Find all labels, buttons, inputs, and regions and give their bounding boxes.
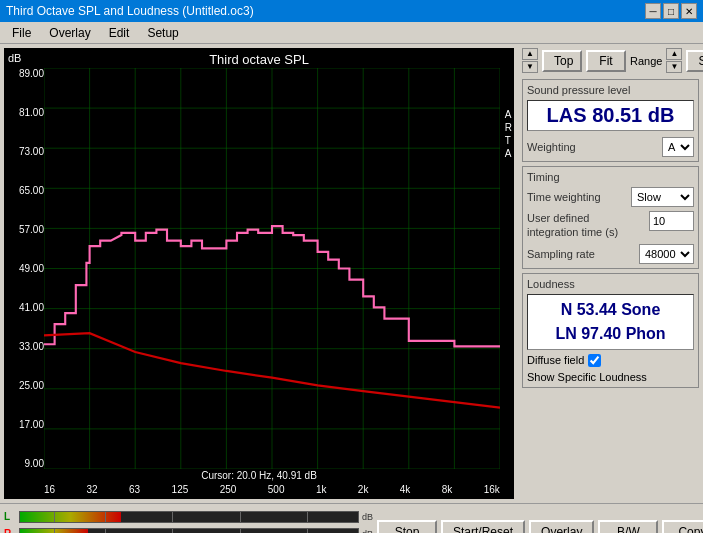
menu-setup[interactable]: Setup: [139, 24, 186, 42]
x-label-10: 16k: [484, 484, 500, 495]
window-title: Third Octave SPL and Loudness (Untitled.…: [6, 4, 254, 18]
chart-svg: [44, 68, 500, 469]
y-label-6: 41.00: [6, 302, 44, 313]
r-meter-row: R dB: [4, 527, 373, 534]
meters-section: L dB R dB: [4, 510, 373, 534]
y-label-2: 73.00: [6, 146, 44, 157]
sampling-select[interactable]: 44100 48000 96000: [639, 244, 694, 264]
spl-section: Sound pressure level LAS 80.51 dB Weight…: [522, 79, 699, 162]
right-panel: ▲ ▼ Top Fit Range ▲ ▼ Set Sound pressure…: [518, 44, 703, 503]
x-label-4: 250: [220, 484, 237, 495]
range-label: Range: [630, 55, 662, 67]
top-down-arrow[interactable]: ▼: [522, 61, 538, 73]
y-label-5: 49.00: [6, 263, 44, 274]
y-label-9: 17.00: [6, 419, 44, 430]
weighting-row: Weighting A B C Z: [527, 137, 694, 157]
spl-value: LAS 80.51 dB: [527, 100, 694, 131]
main-content: dB Third octave SPL ARTA 89.00 81.00 73.…: [0, 44, 703, 503]
x-label-2: 63: [129, 484, 140, 495]
action-buttons: Stop Start/Reset Overlay B/W Copy: [377, 520, 703, 534]
y-label-0: 89.00: [6, 68, 44, 79]
range-up-arrow[interactable]: ▲: [666, 48, 682, 60]
x-label-7: 2k: [358, 484, 369, 495]
menu-file[interactable]: File: [4, 24, 39, 42]
sampling-row: Sampling rate 44100 48000 96000: [527, 244, 694, 264]
r-meter-label: R: [4, 528, 16, 533]
x-label-1: 32: [87, 484, 98, 495]
r-meter-bar: [19, 528, 359, 534]
x-label-5: 500: [268, 484, 285, 495]
r-meter-db-label: dB: [362, 529, 373, 534]
top-controls: ▲ ▼ Top Fit Range ▲ ▼ Set: [522, 48, 699, 73]
x-label-9: 8k: [442, 484, 453, 495]
y-axis-labels: 89.00 81.00 73.00 65.00 57.00 49.00 41.0…: [6, 68, 44, 469]
timing-section-label: Timing: [527, 171, 694, 183]
l-meter-bar: [19, 511, 359, 523]
y-label-10: 9.00: [6, 458, 44, 469]
range-down-arrow[interactable]: ▼: [666, 61, 682, 73]
menu-bar: File Overlay Edit Setup: [0, 22, 703, 44]
x-label-6: 1k: [316, 484, 327, 495]
window-controls: ─ □ ✕: [645, 3, 697, 19]
x-axis-labels: 16 32 63 125 250 500 1k 2k 4k 8k 16k: [44, 484, 500, 495]
top-arrows: ▲ ▼: [522, 48, 538, 73]
integration-row: User definedintegration time (s): [527, 211, 694, 240]
y-label-4: 57.00: [6, 224, 44, 235]
l-meter-db-label: dB: [362, 512, 373, 522]
time-weighting-select[interactable]: Slow Fast Impulse: [631, 187, 694, 207]
range-arrows: ▲ ▼: [666, 48, 682, 73]
maximize-button[interactable]: □: [663, 3, 679, 19]
chart-canvas: [44, 68, 500, 469]
specific-loudness-label: Show Specific Loudness: [527, 371, 647, 383]
top-button[interactable]: Top: [542, 50, 582, 72]
x-label-3: 125: [172, 484, 189, 495]
loudness-n: N 53.44 Sone: [561, 301, 661, 318]
minimize-button[interactable]: ─: [645, 3, 661, 19]
timing-section: Timing Time weighting Slow Fast Impulse …: [522, 166, 699, 269]
x-label-0: 16: [44, 484, 55, 495]
sampling-label: Sampling rate: [527, 248, 595, 260]
time-weighting-row: Time weighting Slow Fast Impulse: [527, 187, 694, 207]
loudness-section: Loudness N 53.44 Sone LN 97.40 Phon Diff…: [522, 273, 699, 388]
chart-arta: ARTA: [505, 108, 512, 160]
loudness-value: N 53.44 Sone LN 97.40 Phon: [527, 294, 694, 350]
set-button[interactable]: Set: [686, 50, 703, 72]
y-label-7: 33.00: [6, 341, 44, 352]
copy-button[interactable]: Copy: [662, 520, 703, 534]
time-weighting-label: Time weighting: [527, 191, 601, 203]
weighting-select[interactable]: A B C Z: [662, 137, 694, 157]
spl-section-label: Sound pressure level: [527, 84, 694, 96]
start-reset-button[interactable]: Start/Reset: [441, 520, 525, 534]
overlay-button[interactable]: Overlay: [529, 520, 594, 534]
loudness-section-label: Loudness: [527, 278, 694, 290]
diffuse-checkbox[interactable]: [588, 354, 601, 367]
close-button[interactable]: ✕: [681, 3, 697, 19]
chart-area: dB Third octave SPL ARTA 89.00 81.00 73.…: [4, 48, 514, 499]
integration-label: User definedintegration time (s): [527, 211, 618, 240]
x-label-8: 4k: [400, 484, 411, 495]
specific-loudness-row: Show Specific Loudness: [527, 371, 694, 383]
bottom-bar: L dB R dB: [0, 503, 703, 533]
fit-button[interactable]: Fit: [586, 50, 626, 72]
loudness-ln: LN 97.40 Phon: [555, 325, 665, 342]
stop-button[interactable]: Stop: [377, 520, 437, 534]
menu-overlay[interactable]: Overlay: [41, 24, 98, 42]
integration-input[interactable]: [649, 211, 694, 231]
l-meter-label: L: [4, 511, 16, 522]
y-label-3: 65.00: [6, 185, 44, 196]
title-bar: Third Octave SPL and Loudness (Untitled.…: [0, 0, 703, 22]
l-meter-row: L dB: [4, 510, 373, 524]
cursor-info: Cursor: 20.0 Hz, 40.91 dB: [201, 470, 317, 481]
y-label-1: 81.00: [6, 107, 44, 118]
bw-button[interactable]: B/W: [598, 520, 658, 534]
chart-title: Third octave SPL: [4, 52, 514, 67]
y-label-8: 25.00: [6, 380, 44, 391]
diffuse-label: Diffuse field: [527, 354, 584, 366]
top-up-arrow[interactable]: ▲: [522, 48, 538, 60]
diffuse-row: Diffuse field: [527, 354, 694, 367]
menu-edit[interactable]: Edit: [101, 24, 138, 42]
weighting-label: Weighting: [527, 141, 576, 153]
